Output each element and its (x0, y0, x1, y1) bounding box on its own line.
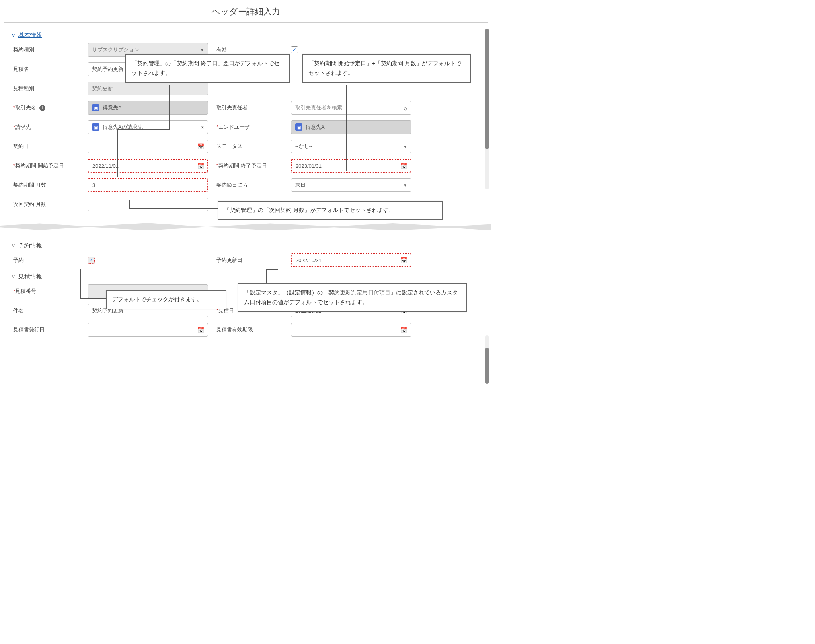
content-gap (0, 218, 491, 237)
label-contract-type: 契約種別 (13, 46, 80, 53)
end-user-value: 得意先A (306, 123, 325, 131)
clear-icon[interactable]: × (201, 124, 204, 130)
period-end-value: 2023/01/31 (296, 163, 322, 169)
search-icon: ⌕ (404, 105, 407, 111)
calendar-icon: 📅 (197, 143, 204, 150)
connector (80, 269, 81, 298)
period-start-input[interactable]: 2022/11/01📅 (88, 159, 208, 173)
connector (346, 85, 347, 171)
label-active: 有効 (216, 46, 283, 53)
label-billing-to: *請求先 (13, 123, 80, 131)
connector (266, 269, 267, 284)
status-value: --なし-- (295, 143, 312, 150)
callout-next-months: 「契約管理」の「次回契約 月数」がデフォルトでセットされます。 (218, 201, 443, 220)
label-reservation: 予約 (13, 257, 80, 264)
info-icon[interactable]: i (39, 105, 45, 111)
reservation-update-date-input[interactable]: 2022/10/31📅 (291, 253, 411, 267)
label-quote-expiry: 見積書有効期限 (216, 326, 283, 333)
calendar-icon: 📅 (400, 257, 407, 263)
chevron-down-icon: ∨ (12, 243, 16, 249)
connector (169, 85, 170, 129)
reservation-checkbox[interactable]: ✓ (88, 257, 95, 264)
scrollbar-thumb[interactable] (485, 348, 489, 384)
cube-icon: ▣ (92, 123, 99, 131)
status-select[interactable]: --なし-- (291, 140, 411, 153)
contract-date-input[interactable]: 📅 (88, 140, 208, 153)
label-status: ステータス (216, 143, 283, 150)
connector (129, 200, 130, 208)
label-estimate-type: 見積種別 (13, 85, 80, 92)
calendar-icon: 📅 (400, 163, 407, 169)
chevron-down-icon: ∨ (12, 32, 16, 38)
connector (80, 298, 107, 299)
label-end-user: *エンドユーザ (216, 123, 283, 131)
cube-icon: ▣ (295, 123, 302, 131)
callout-reservation-check: デフォルトでチェックが付きます。 (106, 290, 226, 309)
label-quote-number: *見積番号 (13, 288, 80, 295)
quote-expiry-input[interactable]: 📅 (291, 323, 411, 337)
account-contact-placeholder: 取引先責任者を検索... (295, 104, 347, 111)
label-period-end: *契約期間 終了予定日 (216, 162, 283, 169)
end-user-lookup[interactable]: ▣得意先A (291, 120, 411, 134)
connector (129, 208, 218, 209)
connector (117, 129, 118, 177)
calendar-icon: 📅 (197, 327, 204, 333)
estimate-type-value: 契約更新 (92, 85, 113, 92)
calendar-icon: 📅 (400, 327, 407, 333)
account-name-value: 得意先A (103, 104, 122, 111)
connector (266, 269, 278, 270)
closing-day-select[interactable]: 末日 (291, 178, 411, 192)
label-reservation-update-date: 予約更新日 (216, 257, 283, 264)
estimate-type-input: 契約更新 (88, 82, 208, 95)
label-contract-date: 契約日 (13, 143, 80, 150)
label-account-contact: 取引先責任者 (216, 104, 283, 111)
callout-period-end: 「契約期間 開始予定日」+「契約期間 月数」がデフォルトでセットされます。 (302, 54, 471, 83)
connector (117, 129, 170, 130)
billing-to-lookup[interactable]: ▣得意先Aの請求先× (88, 120, 208, 134)
section-estimate-toggle[interactable]: ∨ 見積情報 (12, 273, 480, 280)
period-months-input[interactable]: 3 (88, 178, 208, 192)
estimate-name-value: 契約予約更新 (92, 66, 123, 73)
label-closing-day: 契約締日にち (216, 181, 283, 189)
scrollbar-bottom[interactable] (485, 335, 489, 384)
section-estimate-title: 見積情報 (18, 273, 42, 280)
label-subject: 件名 (13, 307, 80, 314)
callout-reservation-date: 「設定マスタ」（設定情報）の「契約更新判定用日付項目」に設定されているカスタム日… (238, 283, 467, 312)
section-reservation-title: 予約情報 (18, 242, 42, 249)
active-checkbox[interactable]: ✓ (291, 46, 298, 53)
label-next-months: 次回契約 月数 (13, 201, 80, 208)
section-basic-title: 基本情報 (18, 31, 42, 39)
period-end-input[interactable]: 2023/01/31📅 (291, 159, 411, 173)
label-quote-issue-date: 見積書発行日 (13, 326, 80, 333)
callout-period-start: 「契約管理」の「契約期間 終了日」翌日がデフォルトでセットされます。 (125, 54, 290, 83)
cube-icon: ▣ (92, 104, 99, 111)
closing-day-value: 末日 (295, 181, 306, 189)
label-account-name: *取引先名 i (13, 104, 80, 111)
contract-type-value: サブスクリプション (92, 46, 139, 53)
reservation-update-date-value: 2022/10/31 (296, 257, 322, 263)
period-months-value: 3 (92, 182, 95, 188)
section-reservation-toggle[interactable]: ∨ 予約情報 (12, 242, 480, 249)
account-name-lookup[interactable]: ▣得意先A (88, 101, 208, 115)
period-start-value: 2022/11/01 (92, 163, 119, 169)
account-contact-search[interactable]: 取引先責任者を検索...⌕ (291, 101, 411, 115)
label-period-months: 契約期間 月数 (13, 181, 80, 189)
label-estimate-name: 見積名 (13, 66, 80, 73)
page-title: ヘッダー詳細入力 (0, 0, 491, 22)
quote-issue-date-input[interactable]: 📅 (88, 323, 208, 337)
section-basic-toggle[interactable]: ∨ 基本情報 (12, 31, 480, 39)
calendar-icon: 📅 (197, 163, 204, 169)
label-period-start: *契約期間 開始予定日 (13, 162, 80, 169)
chevron-down-icon: ∨ (12, 274, 16, 280)
